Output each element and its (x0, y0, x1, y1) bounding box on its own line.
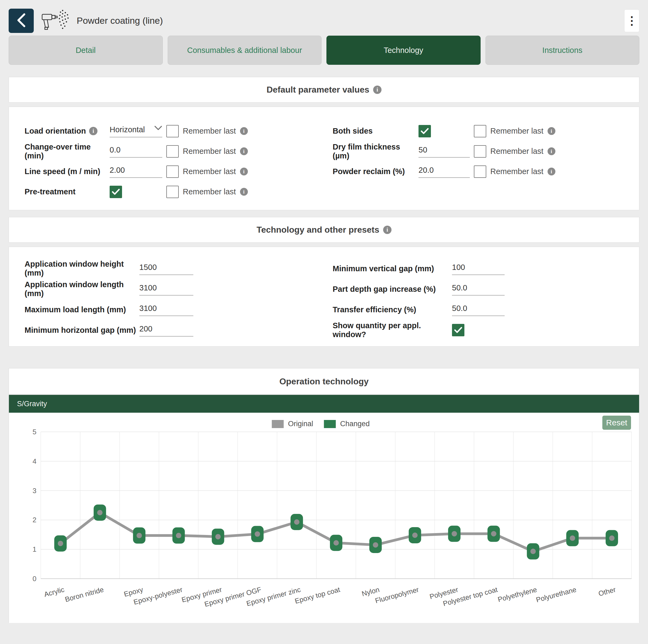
show-quantity-label: Show quantity per appl. window? (333, 321, 452, 339)
remember-last-checkbox[interactable] (474, 125, 486, 137)
section-title: Operation technology (279, 376, 369, 387)
info-icon (383, 226, 391, 234)
svg-text:3: 3 (33, 487, 37, 495)
chevron-left-icon (17, 13, 26, 28)
info-icon (548, 148, 555, 155)
max-load-length-input[interactable] (139, 303, 193, 316)
field-row: Both sides Remember last (333, 121, 630, 141)
remember-last-checkbox[interactable] (474, 166, 486, 178)
section-title: Technology and other presets (257, 225, 379, 235)
app-window-length-label: Application window length (mm) (24, 280, 139, 298)
tab-detail[interactable]: Detail (9, 36, 163, 65)
tab-consumables[interactable]: Consumables & additional labour (168, 36, 322, 65)
both-sides-label: Both sides (333, 127, 373, 135)
svg-text:Polyethylene: Polyethylene (497, 585, 538, 604)
back-button[interactable] (9, 9, 34, 33)
field-row: Maximum load length (mm) (24, 299, 319, 320)
dry-film-thickness-input[interactable] (419, 145, 470, 158)
dry-film-thickness-label: Dry film thickness (µm) (333, 142, 419, 160)
field-row: Transfer efficiency (%) (333, 299, 630, 320)
reset-button[interactable]: Reset (602, 416, 631, 430)
remember-last-checkbox[interactable] (474, 145, 486, 158)
svg-text:0: 0 (33, 575, 37, 583)
field-row: Show quantity per appl. window? (333, 320, 630, 340)
min-vertical-gap-label: Minimum vertical gap (mm) (333, 264, 434, 273)
powder-reclaim-input[interactable] (419, 165, 470, 178)
remember-last-checkbox[interactable] (166, 166, 179, 178)
tab-technology[interactable]: Technology (326, 36, 481, 65)
legend-label-original: Original (288, 420, 313, 428)
svg-text:Fluoropolymer: Fluoropolymer (374, 585, 420, 605)
chart-legend: Original Changed (272, 420, 376, 428)
remember-last-label: Remember last (183, 167, 236, 176)
info-icon (240, 188, 248, 196)
field-row: Dry film thickness (µm) Remember last (333, 141, 630, 161)
svg-text:4: 4 (33, 457, 37, 465)
pre-treatment-checkbox[interactable] (110, 186, 122, 198)
field-row: Part depth gap increase (%) (333, 279, 630, 299)
remember-last-checkbox[interactable] (166, 145, 179, 158)
remember-last-label: Remember last (183, 187, 236, 196)
min-vertical-gap-input[interactable] (452, 262, 505, 275)
info-icon (373, 85, 381, 94)
sgravity-chart[interactable]: 012345AcrylicBoron nitrideEpoxyEpoxy-pol… (9, 413, 639, 623)
line-speed-input[interactable] (110, 165, 162, 178)
remember-last-label: Remember last (183, 127, 236, 135)
check-icon (421, 128, 429, 134)
section-title: Default parameter values (267, 85, 369, 95)
field-row: Line speed (m / min) Remember last (24, 161, 319, 182)
field-row: Minimum vertical gap (mm) (333, 258, 630, 279)
app-window-height-input[interactable] (139, 262, 193, 275)
max-load-length-label: Maximum load length (mm) (24, 305, 126, 314)
check-icon (112, 189, 120, 195)
powder-coating-page: Powder coating (line) Detail Consumables… (0, 0, 648, 644)
tab-instructions[interactable]: Instructions (485, 36, 640, 65)
min-horizontal-gap-input[interactable] (139, 324, 193, 337)
sgravity-panel: S/Gravity 012345AcrylicBoron nitrideEpox… (9, 395, 639, 623)
remember-last-label: Remember last (490, 127, 543, 135)
field-row: Application window height (mm) (24, 258, 319, 279)
line-speed-label: Line speed (m / min) (24, 167, 100, 176)
svg-text:Epoxy top coat: Epoxy top coat (294, 585, 341, 605)
remember-last-label: Remember last (490, 167, 543, 176)
app-window-length-input[interactable] (139, 283, 193, 296)
changeover-time-input[interactable] (110, 145, 162, 158)
transfer-efficiency-label: Transfer efficiency (%) (333, 305, 416, 314)
show-quantity-checkbox[interactable] (452, 324, 465, 336)
sgravity-title: S/Gravity (17, 400, 47, 408)
field-row: Change-over time (min) Remember last (24, 141, 319, 161)
info-icon (89, 127, 98, 135)
min-horizontal-gap-label: Minimum horizontal gap (mm) (24, 326, 136, 335)
remember-last-checkbox[interactable] (166, 186, 179, 198)
remember-last-checkbox[interactable] (166, 125, 179, 137)
info-icon (548, 168, 555, 175)
sgravity-chart-body: 012345AcrylicBoron nitrideEpoxyEpoxy-pol… (9, 413, 639, 623)
part-depth-gap-input[interactable] (452, 283, 505, 296)
check-icon (454, 327, 462, 333)
tab-bar: Detail Consumables & additional labour T… (9, 36, 639, 65)
svg-text:2: 2 (33, 516, 37, 524)
remember-last-label: Remember last (183, 147, 236, 156)
sgravity-panel-header: S/Gravity (9, 395, 639, 413)
chevron-down-icon (154, 125, 162, 131)
legend-label-changed: Changed (340, 420, 370, 428)
svg-text:Acrylic: Acrylic (43, 585, 65, 599)
default-params-title-card: Default parameter values (9, 77, 639, 103)
load-orientation-select[interactable]: Horizontal (110, 125, 162, 137)
load-orientation-label: Load orientation (24, 127, 86, 135)
presets-title-card: Technology and other presets (9, 217, 639, 243)
svg-text:Boron nitride: Boron nitride (64, 585, 105, 603)
svg-text:Polyurethane: Polyurethane (535, 585, 577, 604)
info-icon (240, 148, 248, 155)
transfer-efficiency-input[interactable] (452, 303, 505, 316)
changeover-time-label: Change-over time (min) (24, 142, 110, 160)
field-row: Minimum horizontal gap (mm) (24, 320, 319, 340)
app-window-height-label: Application window height (mm) (24, 260, 139, 278)
top-bar: Powder coating (line) (0, 0, 648, 35)
remember-last-label: Remember last (490, 147, 543, 156)
powder-spray-gun-icon (40, 8, 72, 33)
both-sides-checkbox[interactable] (419, 125, 431, 137)
kebab-menu-button[interactable] (624, 9, 639, 32)
field-row: Pre-treatment Remember last (24, 182, 319, 202)
powder-reclaim-label: Powder reclaim (%) (333, 167, 405, 176)
